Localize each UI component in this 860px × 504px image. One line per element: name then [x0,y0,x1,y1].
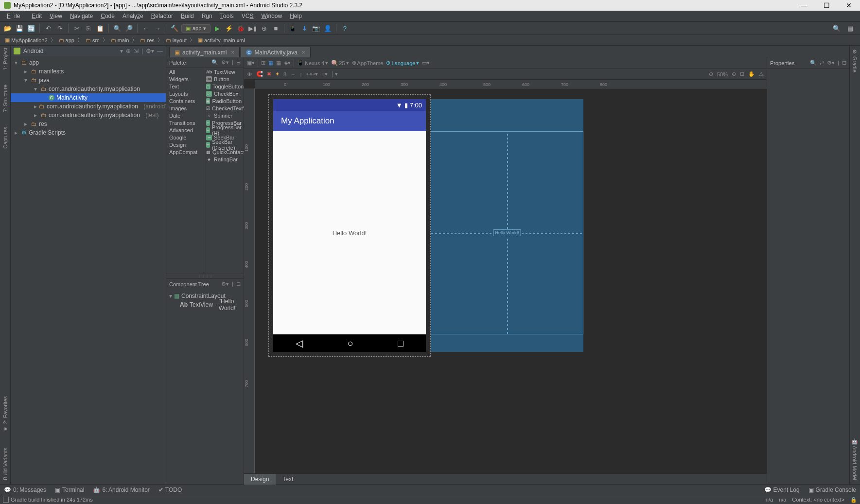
run-icon[interactable]: ▶ [212,23,222,33]
palette-cat[interactable]: Layouts [166,90,204,97]
tab-activity-main[interactable]: ▣ activity_main.xml × [169,47,240,57]
palette-cat[interactable]: All [166,68,204,75]
find-icon[interactable]: 🔍 [112,23,122,33]
menu-window[interactable]: Window [257,13,286,19]
palette-cat[interactable]: Google [166,134,204,141]
breadcrumb-item[interactable]: ▣MyApplication2 [3,37,50,43]
search-everywhere-icon[interactable]: 🔍 [832,23,842,33]
locate-icon[interactable]: ⊕ [126,48,131,54]
gear-icon[interactable]: ⚙▾ [221,281,229,287]
menu-refactor[interactable]: Refactor [147,13,177,19]
palette-cat[interactable]: Date [166,112,204,119]
design-surface-icon[interactable]: ▣▾ [247,60,255,66]
tree-node-app[interactable]: ▾🗀app [11,58,166,67]
sdk-icon[interactable]: ⬇ [299,23,309,33]
menu-run[interactable]: Run [198,13,216,19]
blueprint-textview[interactable]: Hello World! [493,229,521,236]
menu-navigate[interactable]: Navigate [66,13,97,19]
sync-icon[interactable]: 🔄 [26,23,36,33]
tree-node-mainactivity[interactable]: CMainActivity [11,93,166,102]
close-tab-icon[interactable]: × [231,49,234,56]
layout-type-icon[interactable]: ▦ [276,60,281,66]
menu-code[interactable]: Code [97,13,119,19]
collapse-icon[interactable]: ⊟ [842,60,846,66]
gear-icon[interactable]: ⚙▾ [827,60,835,66]
breadcrumb-item[interactable]: 🗀res [138,37,156,43]
close-button[interactable]: ✕ [838,0,860,11]
guideline-icon[interactable]: │▾ [332,71,338,77]
tree-node-res[interactable]: ▸🗀res [11,120,166,128]
pan-icon[interactable]: ✋ [748,71,755,77]
expand-icon[interactable]: ⇄ [820,60,824,66]
menu-help[interactable]: Help [286,13,306,19]
palette-cat[interactable]: AppCompat [166,148,204,156]
tree-node-pkg1[interactable]: ▾🗀com.androidauthority.myapplication [11,85,166,93]
replace-icon[interactable]: 🔎 [124,23,134,33]
variant-icon[interactable]: ▭▾ [422,60,430,66]
warnings-icon[interactable]: ⚠ [759,71,764,77]
palette-widget[interactable]: ━ProgressBar (H) [204,126,244,134]
tab-mainactivity[interactable]: C MainActivity.java × [241,47,311,57]
tree-node-gradle[interactable]: ▸⚙Gradle Scripts [11,128,166,137]
palette-cat[interactable]: Design [166,141,204,148]
rail-android-model[interactable]: 🤖 Android Model [852,438,858,480]
back-icon[interactable]: ← [141,23,151,33]
palette-widget[interactable]: ▢ToggleButton [204,83,244,90]
text-tab[interactable]: Text [276,474,300,485]
breadcrumb-item[interactable]: 🗀src [84,37,102,43]
palette-cat[interactable]: Text [166,83,204,90]
gradle-console-tool[interactable]: ▣Gradle Console [808,487,856,493]
paste-icon[interactable]: 📋 [95,23,105,33]
layout-inspector-icon[interactable]: 👤 [323,23,333,33]
palette-widget[interactable]: ▿Spinner [204,112,244,119]
palette-widget[interactable]: ◉RadioButton [204,97,244,104]
rail-gradle[interactable]: ⚙ Gradle [852,49,858,72]
menu-analyze[interactable]: Analyze [119,13,147,19]
palette-widget[interactable]: ★RatingBar [204,156,244,163]
rail-favorites[interactable]: ★2: Favorites [2,396,9,433]
status-lock-icon[interactable]: 🔒 [850,497,857,503]
account-icon[interactable]: ▤ [845,23,855,33]
pack-icon[interactable]: ↤↦▾ [306,71,318,77]
ddms-icon[interactable]: 📷 [311,23,321,33]
margin-value[interactable]: 8 [283,71,286,77]
palette-cat[interactable]: Transitions [166,119,204,126]
clear-constraints-icon[interactable]: ✖ [267,71,271,77]
make-icon[interactable]: 🔨 [170,23,179,33]
gear-icon[interactable]: ⚙▾ [221,59,229,66]
zoom-out-icon[interactable]: ⊖ [709,71,713,77]
align-icon[interactable]: ≡▾ [322,71,328,77]
maximize-button[interactable]: ☐ [815,0,838,11]
run-config-dropdown[interactable]: ▣ app ▾ [181,24,211,33]
palette-cat[interactable]: Advanced [166,126,204,134]
save-icon[interactable]: 💾 [15,23,24,33]
hide-icon[interactable]: — [157,48,163,54]
open-icon[interactable]: 📂 [3,23,13,33]
api-dropdown[interactable]: 🍭25▾ [331,60,349,66]
rail-captures[interactable]: Captures [2,127,8,149]
project-panel-header[interactable]: Android ▾ ⊕ ⇲ | ⚙▾ — [11,46,166,56]
tree-node-pkg3[interactable]: ▸🗀com.androidauthority.myapplication (te… [11,111,166,120]
palette-widget[interactable]: ▦QuickContactBadge [204,148,244,156]
stop-icon[interactable]: ■ [271,23,281,33]
palette-cat[interactable]: Widgets [166,75,204,83]
redo-icon[interactable]: ↷ [55,23,65,33]
design-tab[interactable]: Design [244,474,276,485]
apply-changes-icon[interactable]: ⚡ [224,23,234,33]
rail-build-variants[interactable]: Build Variants [2,448,8,480]
expand-h-icon[interactable]: ↔ [290,71,296,77]
gear-icon[interactable]: ⚙▾ [146,48,154,54]
tree-node-java[interactable]: ▾🗀java [11,76,166,85]
android-monitor-tool[interactable]: 🤖6: Android Monitor [93,487,149,493]
forward-icon[interactable]: → [153,23,162,33]
breadcrumb-item[interactable]: 🗀layout [164,37,189,43]
search-icon[interactable]: 🔍 [810,60,817,66]
language-dropdown[interactable]: ⊕Language▾ [386,60,419,66]
design-canvas[interactable]: 0 100 200 300 400 500 600 700 800 100 20… [244,80,767,473]
expand-v-icon[interactable]: ↕ [299,71,302,77]
menu-vcs[interactable]: VCS [238,13,258,19]
menu-tools[interactable]: Tools [216,13,238,19]
terminal-tool[interactable]: ▣Terminal [55,487,84,493]
menu-view[interactable]: View [46,13,66,19]
undo-icon[interactable]: ↶ [43,23,53,33]
